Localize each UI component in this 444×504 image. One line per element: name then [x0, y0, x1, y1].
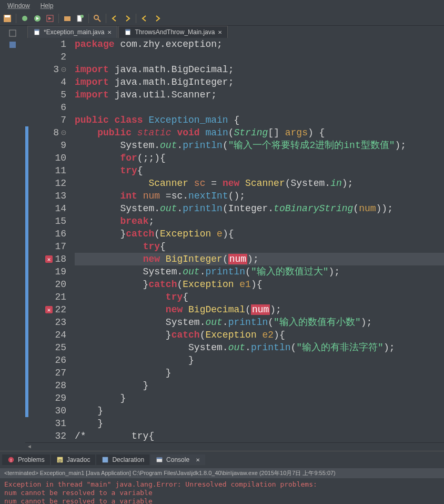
line-number: 26 [25, 354, 68, 367]
code-line[interactable]: } [75, 392, 444, 404]
line-number: 21 [25, 291, 68, 303]
line-number: 31 [25, 417, 68, 430]
code-line[interactable]: System.out.println("输入的有非法字符"); [75, 341, 444, 354]
editor-tab[interactable]: *Exception_main.java✕ [27, 26, 117, 38]
code-line[interactable]: } [75, 404, 444, 417]
code-line[interactable]: System.out.println("输入的数值有小数"); [75, 316, 444, 329]
toolbar [0, 12, 444, 26]
editor-tab[interactable]: ThrowsAndThrow_Main.java✕ [118, 26, 228, 38]
code-line[interactable]: public class Exception_main { [75, 114, 444, 126]
svg-marker-6 [48, 17, 52, 20]
declaration-icon [102, 456, 109, 463]
line-number: 5 [25, 88, 68, 101]
code-line[interactable]: break; [75, 215, 444, 228]
back-icon[interactable] [110, 14, 119, 23]
search-icon[interactable] [93, 14, 102, 23]
line-number: 30 [25, 404, 68, 417]
svg-rect-13 [9, 42, 16, 48]
code-line[interactable]: import java.math.BigDecimal; [75, 63, 444, 76]
code-line[interactable]: } [75, 367, 444, 379]
panel-tab[interactable]: !Problems [2, 454, 50, 465]
close-icon[interactable]: ✕ [196, 457, 200, 463]
bug-icon[interactable] [21, 14, 29, 23]
code-line[interactable]: try{ [75, 164, 444, 177]
code-line[interactable]: /* try{ [75, 430, 444, 442]
panel-tab[interactable]: @Javadoc [51, 454, 96, 465]
forward-icon[interactable] [123, 14, 132, 23]
code-line[interactable]: import java.util.Scanner; [75, 88, 444, 101]
svg-rect-32 [157, 458, 163, 459]
line-number: 10 [25, 152, 68, 164]
java-file-icon [33, 28, 41, 36]
code-line[interactable]: public static void main(String[] args) { [75, 126, 444, 139]
external-run-icon[interactable] [46, 14, 54, 23]
svg-line-11 [98, 19, 100, 22]
line-number: 20 [25, 278, 68, 291]
code-line[interactable]: }catch(Exception e){ [75, 228, 444, 240]
code-line[interactable]: package com.zhy.exception; [75, 38, 444, 51]
code-line[interactable]: try{ [75, 240, 444, 253]
new-icon[interactable] [76, 14, 84, 23]
package-icon[interactable] [63, 14, 72, 23]
code-line[interactable]: int num =sc.nextInt(); [75, 190, 444, 202]
back2-icon[interactable] [140, 14, 149, 23]
restore-icon[interactable] [8, 29, 17, 37]
code-line[interactable]: } [75, 417, 444, 430]
line-number: 14 [25, 202, 68, 215]
panel-tab-label: Problems [18, 456, 45, 463]
scroll-left-icon[interactable]: ◄ [25, 444, 34, 450]
code-line[interactable]: } [75, 379, 444, 392]
close-icon[interactable]: ✕ [107, 29, 112, 35]
code-line[interactable]: Scanner sc = new Scanner(System.in); [75, 177, 444, 190]
forward2-icon[interactable] [153, 14, 162, 23]
console-output[interactable]: Exception in thread "main" java.lang.Err… [0, 478, 444, 504]
code-area[interactable]: package com.zhy.exception; import java.m… [73, 38, 444, 442]
panel-tab-label: Declaration [112, 456, 144, 463]
svg-rect-12 [9, 30, 16, 36]
line-number: ✕22 [25, 303, 68, 316]
line-number: 4 [25, 76, 68, 88]
horizontal-scrollbar[interactable]: ◄ [25, 442, 444, 451]
code-line[interactable]: for(;;){ [75, 152, 444, 164]
fold-icon[interactable] [61, 67, 66, 72]
console-line: Exception in thread "main" java.lang.Err… [4, 480, 440, 489]
console-icon [156, 456, 163, 463]
code-line[interactable] [75, 101, 444, 114]
code-line[interactable]: System.out.println(Integer.toBinaryStrin… [75, 202, 444, 215]
svg-text:✕: ✕ [47, 256, 51, 263]
line-number: 28 [25, 379, 68, 392]
line-number: 17 [25, 240, 68, 253]
code-line[interactable]: new BigDecimal(num); [75, 303, 444, 316]
code-line[interactable] [75, 51, 444, 63]
code-line[interactable]: System.out.println("输入的数值过大"); [75, 265, 444, 278]
code-line[interactable]: } [75, 354, 444, 367]
save-icon[interactable] [3, 14, 12, 23]
line-number: 9 [25, 139, 68, 152]
svg-point-2 [22, 16, 27, 21]
line-number: 1 [25, 38, 68, 51]
panel-tab[interactable]: Declaration [96, 454, 149, 465]
code-line[interactable]: System.out.println("输入一个将要转成2进制的int型数值")… [75, 139, 444, 152]
line-number: 13 [25, 190, 68, 202]
console-header: <terminated> Exception_main1 [Java Appli… [0, 468, 444, 478]
code-line[interactable]: import java.math.BigInteger; [75, 76, 444, 88]
menu-help[interactable]: Help [35, 1, 59, 11]
line-number: 12 [25, 177, 68, 190]
line-number: 19 [25, 265, 68, 278]
code-line[interactable]: new BigInteger(num); [75, 253, 444, 265]
line-number: 8 [25, 126, 68, 139]
close-icon[interactable]: ✕ [218, 29, 222, 35]
svg-point-9 [80, 15, 84, 18]
minimized-views [0, 26, 25, 451]
run-icon[interactable] [33, 14, 42, 23]
code-line[interactable]: }catch(Exception e1){ [75, 278, 444, 291]
java-file-icon [124, 28, 132, 36]
fold-icon[interactable] [61, 130, 66, 135]
menu-window[interactable]: Window [2, 1, 35, 11]
code-line[interactable]: try{ [75, 291, 444, 303]
error-icon: ✕ [45, 306, 53, 313]
panel-tab[interactable]: Console✕ [150, 454, 205, 465]
code-line[interactable]: }catch(Exception e2){ [75, 329, 444, 341]
package-explorer-icon[interactable] [8, 41, 17, 49]
line-number: 32 [25, 430, 68, 442]
